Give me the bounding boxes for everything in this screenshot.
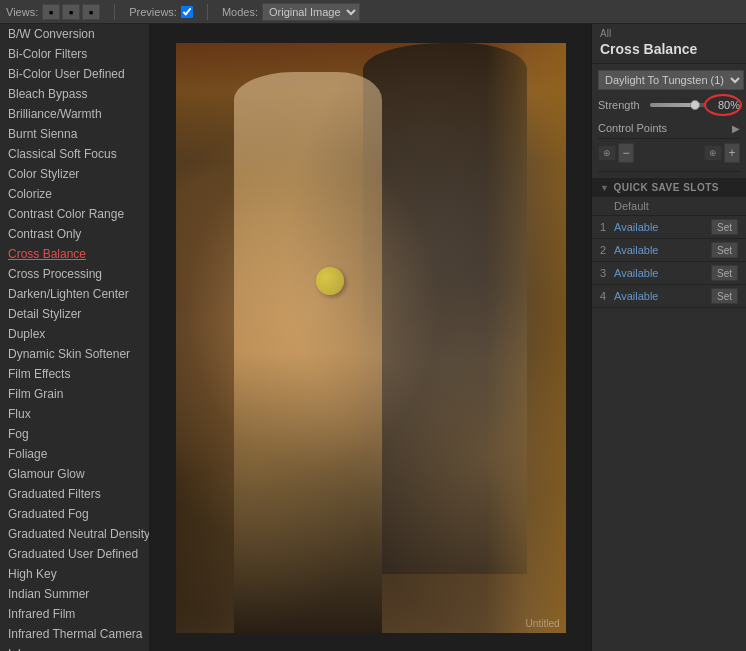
sidebar-item-cross-processing[interactable]: Cross Processing <box>0 264 149 284</box>
photo-foreground <box>176 43 566 633</box>
sidebar-item-indian-summer[interactable]: Indian Summer <box>0 584 149 604</box>
views-section: Views: ▪ ▪ ▪ <box>6 4 100 20</box>
quick-save-header: ▼ QUICK SAVE SLOTS <box>592 178 746 197</box>
sidebar-item-ink[interactable]: Ink <box>0 644 149 651</box>
quick-save-slot-4: 4AvailableSet <box>592 285 746 308</box>
slot-number-2: 2 <box>600 244 610 256</box>
sidebar-item-bleach-bypass[interactable]: Bleach Bypass <box>0 84 149 104</box>
strength-fill <box>650 103 695 107</box>
panel-all-label: All <box>592 24 746 39</box>
view-split-btn[interactable]: ▪ <box>62 4 80 20</box>
strength-label: Strength <box>598 99 646 111</box>
views-label: Views: <box>6 6 38 18</box>
quick-save-slot-1: 1AvailableSet <box>592 216 746 239</box>
sidebar-item-infrared-thermal-camera[interactable]: Infrared Thermal Camera <box>0 624 149 644</box>
sidebar-item-graduated-fog[interactable]: Graduated Fog <box>0 504 149 524</box>
control-points-row: Control Points ▶ <box>598 118 740 139</box>
cp-btn-group-right: ⊕ + <box>704 143 740 163</box>
modes-section: Modes: Original Image <box>222 3 360 21</box>
strength-row: Strength 80% <box>598 98 740 112</box>
sidebar: B/W ConversionBi-Color FiltersBi-Color U… <box>0 24 150 651</box>
cp-btn-group-left: ⊕ − <box>598 143 634 163</box>
sidebar-item-graduated-user-defined[interactable]: Graduated User Defined <box>0 544 149 564</box>
sidebar-item-colorize[interactable]: Colorize <box>0 184 149 204</box>
strength-value: 80% <box>710 99 740 111</box>
previews-checkbox[interactable] <box>181 6 193 18</box>
separator-1 <box>114 4 115 20</box>
sidebar-item-detail-stylizer[interactable]: Detail Stylizer <box>0 304 149 324</box>
preset-dropdown-row: Daylight To Tungsten (1) ▼ <box>598 70 740 90</box>
sidebar-item-film-grain[interactable]: Film Grain <box>0 384 149 404</box>
sidebar-item-darken-lighten-center[interactable]: Darken/Lighten Center <box>0 284 149 304</box>
slot-number-3: 3 <box>600 267 610 279</box>
main-content: B/W ConversionBi-Color FiltersBi-Color U… <box>0 24 746 651</box>
sidebar-item-classical-soft-focus[interactable]: Classical Soft Focus <box>0 144 149 164</box>
sidebar-item-brilliance-warmth[interactable]: Brilliance/Warmth <box>0 104 149 124</box>
cp-buttons: ⊕ − ⊕ + <box>598 143 740 172</box>
image-label: Untitled <box>526 618 560 629</box>
sidebar-item-graduated-neutral-density[interactable]: Graduated Neutral Density <box>0 524 149 544</box>
strength-thumb <box>690 100 700 110</box>
quick-save-arrow-icon: ▼ <box>600 183 609 193</box>
quick-save-label: QUICK SAVE SLOTS <box>613 182 719 193</box>
slot-set-btn-1[interactable]: Set <box>711 219 738 235</box>
slot-name-2: Available <box>614 244 707 256</box>
toolbar: Views: ▪ ▪ ▪ Previews: Modes: Original I… <box>0 0 746 24</box>
panel-title: Cross Balance <box>592 39 746 64</box>
view-icons: ▪ ▪ ▪ <box>42 4 100 20</box>
modes-select[interactable]: Original Image <box>262 3 360 21</box>
sidebar-item-duplex[interactable]: Duplex <box>0 324 149 344</box>
sidebar-item-dynamic-skin-softener[interactable]: Dynamic Skin Softener <box>0 344 149 364</box>
strength-slider-wrap[interactable] <box>650 98 706 112</box>
sidebar-item-film-effects[interactable]: Film Effects <box>0 364 149 384</box>
image-area: Untitled <box>150 24 591 651</box>
quick-save-slots-container: 1AvailableSet2AvailableSet3AvailableSet4… <box>592 216 746 308</box>
panel-section-main: Daylight To Tungsten (1) ▼ Strength 80% <box>592 64 746 178</box>
slot-name-3: Available <box>614 267 707 279</box>
preset-dropdown[interactable]: Daylight To Tungsten (1) <box>598 70 744 90</box>
quick-save-slot-2: 2AvailableSet <box>592 239 746 262</box>
sidebar-item-graduated-filters[interactable]: Graduated Filters <box>0 484 149 504</box>
slot-name-4: Available <box>614 290 707 302</box>
cp-minus-btn[interactable]: − <box>618 143 634 163</box>
sidebar-item-burnt-sienna[interactable]: Burnt Sienna <box>0 124 149 144</box>
sidebar-item-color-stylizer[interactable]: Color Stylizer <box>0 164 149 184</box>
cp-plus-btn[interactable]: + <box>724 143 740 163</box>
right-panel: All Cross Balance Daylight To Tungsten (… <box>591 24 746 651</box>
sidebar-item-high-key[interactable]: High Key <box>0 564 149 584</box>
view-grid-btn[interactable]: ▪ <box>82 4 100 20</box>
sidebar-item-cross-balance[interactable]: Cross Balance <box>0 244 149 264</box>
cp-icon-right: ⊕ <box>704 145 722 161</box>
quick-save-slot-3: 3AvailableSet <box>592 262 746 285</box>
previews-section: Previews: <box>129 6 193 18</box>
slot-set-btn-2[interactable]: Set <box>711 242 738 258</box>
slot-number-4: 4 <box>600 290 610 302</box>
slot-default-name: Default <box>614 200 649 212</box>
sidebar-item-contrast-only[interactable]: Contrast Only <box>0 224 149 244</box>
slot-name-1: Available <box>614 221 707 233</box>
quick-save-slot-default: Default <box>592 197 746 216</box>
sidebar-item-glamour-glow[interactable]: Glamour Glow <box>0 464 149 484</box>
sidebar-item-b-w-conversion[interactable]: B/W Conversion <box>0 24 149 44</box>
image-container: Untitled <box>176 43 566 633</box>
control-points-arrow: ▶ <box>732 123 740 134</box>
sidebar-item-foliage[interactable]: Foliage <box>0 444 149 464</box>
sidebar-item-bi-color-user-defined[interactable]: Bi-Color User Defined <box>0 64 149 84</box>
strength-slider[interactable] <box>650 103 706 107</box>
modes-label: Modes: <box>222 6 258 18</box>
sidebar-item-flux[interactable]: Flux <box>0 404 149 424</box>
separator-2 <box>207 4 208 20</box>
sidebar-item-fog[interactable]: Fog <box>0 424 149 444</box>
view-single-btn[interactable]: ▪ <box>42 4 60 20</box>
slot-set-btn-4[interactable]: Set <box>711 288 738 304</box>
slot-set-btn-3[interactable]: Set <box>711 265 738 281</box>
previews-label: Previews: <box>129 6 177 18</box>
sidebar-item-infrared-film[interactable]: Infrared Film <box>0 604 149 624</box>
slot-number-1: 1 <box>600 221 610 233</box>
cp-icon-left: ⊕ <box>598 145 616 161</box>
sidebar-item-bi-color-filters[interactable]: Bi-Color Filters <box>0 44 149 64</box>
control-points-label: Control Points <box>598 122 667 134</box>
sidebar-item-contrast-color-range[interactable]: Contrast Color Range <box>0 204 149 224</box>
photo-background <box>176 43 566 633</box>
